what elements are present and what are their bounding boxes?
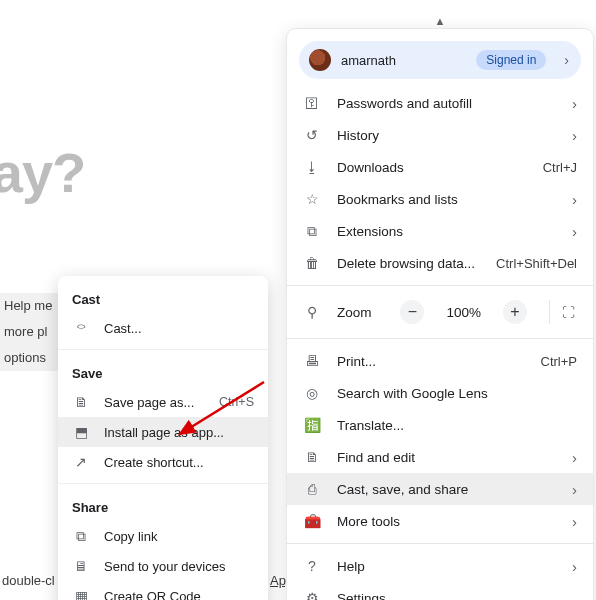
menu-downloads[interactable]: ⭳ Downloads Ctrl+J: [287, 151, 593, 183]
separator: [287, 338, 593, 339]
link-icon: ⧉: [72, 528, 90, 545]
bottom-hint: double-cl: [0, 573, 55, 588]
trash-icon: 🗑: [303, 255, 321, 271]
chevron-right-icon: ›: [572, 558, 577, 575]
submenu-cast[interactable]: ⌔ Cast...: [58, 313, 268, 343]
find-icon: 🗎: [303, 449, 321, 465]
separator: [287, 543, 593, 544]
save-icon: 🗎: [72, 394, 90, 410]
chevron-right-icon: ›: [572, 481, 577, 498]
submenu-head-share: Share: [58, 490, 268, 521]
zoom-icon: ⚲: [303, 304, 321, 320]
install-icon: ⬒: [72, 424, 90, 440]
shortcut-label: Ctrl+P: [541, 354, 577, 369]
print-icon: 🖶: [303, 353, 321, 369]
submenu-copy-link[interactable]: ⧉ Copy link: [58, 521, 268, 551]
submenu-create-shortcut[interactable]: ↗ Create shortcut...: [58, 447, 268, 477]
chevron-right-icon: ›: [572, 127, 577, 144]
menu-cast-save-share[interactable]: ⎙ Cast, save, and share ›: [287, 473, 593, 505]
translate-icon: 🈯: [303, 417, 321, 433]
cast-icon: ⌔: [72, 320, 90, 336]
profile-name: amarnath: [341, 53, 466, 68]
chevron-right-icon: ›: [572, 449, 577, 466]
chevron-right-icon: ›: [556, 52, 571, 68]
menu-more-tools[interactable]: 🧰 More tools ›: [287, 505, 593, 537]
help-icon: ?: [303, 558, 321, 574]
zoom-out-button[interactable]: −: [400, 300, 424, 324]
menu-history[interactable]: ↺ History ›: [287, 119, 593, 151]
submenu-install-as-app[interactable]: ⬒ Install page as app...: [58, 417, 268, 447]
submenu-send-devices[interactable]: 🖥 Send to your devices: [58, 551, 268, 581]
separator: [287, 285, 593, 286]
chevron-right-icon: ›: [572, 191, 577, 208]
menu-settings[interactable]: ⚙ Settings: [287, 582, 593, 600]
avatar: [309, 49, 331, 71]
shortcut-label: Ctrl+J: [543, 160, 577, 175]
page-hero-text: u today?: [0, 140, 85, 205]
menu-print[interactable]: 🖶 Print... Ctrl+P: [287, 345, 593, 377]
star-icon: ☆: [303, 191, 321, 207]
fullscreen-icon[interactable]: ⛶: [549, 300, 577, 324]
puzzle-icon: ⧉: [303, 223, 321, 240]
qr-icon: ▦: [72, 588, 90, 600]
shortcut-icon: ↗: [72, 454, 90, 470]
toolbox-icon: 🧰: [303, 513, 321, 529]
gear-icon: ⚙: [303, 590, 321, 600]
menu-extensions[interactable]: ⧉ Extensions ›: [287, 215, 593, 247]
separator: [58, 349, 268, 350]
menu-find-edit[interactable]: 🗎 Find and edit ›: [287, 441, 593, 473]
chevron-right-icon: ›: [572, 223, 577, 240]
menu-zoom: ⚲ Zoom − 100% + ⛶: [287, 292, 593, 332]
submenu-create-qr[interactable]: ▦ Create QR Code: [58, 581, 268, 600]
menu-passwords[interactable]: ⚿ Passwords and autofill ›: [287, 87, 593, 119]
key-icon: ⚿: [303, 95, 321, 111]
submenu-head-cast: Cast: [58, 282, 268, 313]
devices-icon: 🖥: [72, 558, 90, 574]
submenu-save-page[interactable]: 🗎 Save page as... Ctrl+S: [58, 387, 268, 417]
lens-icon: ◎: [303, 385, 321, 401]
profile-row[interactable]: amarnath Signed in ›: [299, 41, 581, 79]
shortcut-label: Ctrl+Shift+Del: [496, 256, 577, 271]
cast-icon: ⎙: [303, 481, 321, 497]
cast-save-share-submenu: Cast ⌔ Cast... Save 🗎 Save page as... Ct…: [58, 276, 268, 600]
download-icon: ⭳: [303, 159, 321, 175]
menu-caret-icon: ▲: [435, 15, 446, 27]
chevron-right-icon: ›: [572, 513, 577, 530]
menu-google-lens[interactable]: ◎ Search with Google Lens: [287, 377, 593, 409]
zoom-in-button[interactable]: +: [503, 300, 527, 324]
menu-translate[interactable]: 🈯 Translate...: [287, 409, 593, 441]
separator: [58, 483, 268, 484]
history-icon: ↺: [303, 127, 321, 143]
chevron-right-icon: ›: [572, 95, 577, 112]
zoom-value: 100%: [440, 305, 487, 320]
signed-in-badge: Signed in: [476, 50, 546, 70]
shortcut-label: Ctrl+S: [219, 395, 254, 409]
menu-bookmarks[interactable]: ☆ Bookmarks and lists ›: [287, 183, 593, 215]
chrome-main-menu: ▲ amarnath Signed in › ⚿ Passwords and a…: [286, 28, 594, 600]
submenu-head-save: Save: [58, 356, 268, 387]
menu-delete-browsing[interactable]: 🗑 Delete browsing data... Ctrl+Shift+Del: [287, 247, 593, 279]
menu-help[interactable]: ? Help ›: [287, 550, 593, 582]
